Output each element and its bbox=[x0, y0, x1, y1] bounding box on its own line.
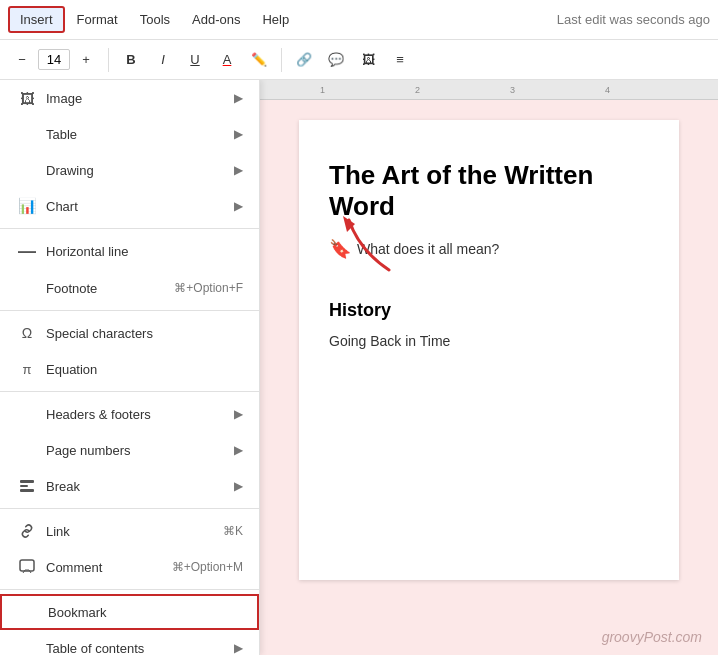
menu-help[interactable]: Help bbox=[252, 8, 299, 31]
menu-item-chart-label: Chart bbox=[46, 199, 226, 214]
menu-item-hline-label: Horizontal line bbox=[46, 244, 243, 259]
divider-3 bbox=[0, 391, 259, 392]
svg-rect-1 bbox=[20, 485, 28, 487]
menu-item-break[interactable]: Break ▶ bbox=[0, 468, 259, 504]
comment-button[interactable]: 💬 bbox=[322, 46, 350, 74]
menu-item-image-label: Image bbox=[46, 91, 226, 106]
menu-item-image[interactable]: 🖼 Image ▶ bbox=[0, 80, 259, 116]
font-size-control: − + bbox=[8, 46, 100, 74]
image-icon: 🖼 bbox=[16, 90, 38, 107]
document-title: The Art of the Written Word bbox=[329, 160, 649, 222]
link-shortcut: ⌘K bbox=[223, 524, 243, 538]
document-heading-history: History bbox=[329, 300, 649, 321]
menu-item-toc-label: Table of contents bbox=[46, 641, 226, 656]
toolbar: − + B I U A ✏️ 🔗 💬 🖼 ≡ bbox=[0, 40, 718, 80]
font-size-increase-button[interactable]: + bbox=[72, 46, 100, 74]
divider-5 bbox=[0, 589, 259, 590]
menu-item-link[interactable]: Link ⌘K bbox=[0, 513, 259, 549]
comment-menu-icon bbox=[16, 559, 38, 575]
menu-item-toc[interactable]: Table of contents ▶ bbox=[0, 630, 259, 655]
menu-bar: Insert Format Tools Add-ons Help Last ed… bbox=[0, 0, 718, 40]
menu-item-pagenums-label: Page numbers bbox=[46, 443, 226, 458]
ruler-mark-3: 3 bbox=[510, 85, 515, 95]
menu-item-special[interactable]: Ω Special characters bbox=[0, 315, 259, 351]
watermark: groovyPost.com bbox=[602, 629, 702, 645]
document-subheading-goingback: Going Back in Time bbox=[329, 333, 649, 349]
font-color-button[interactable]: A bbox=[213, 46, 241, 74]
underline-button[interactable]: U bbox=[181, 46, 209, 74]
svg-rect-3 bbox=[20, 560, 34, 571]
chart-icon: 📊 bbox=[16, 197, 38, 215]
menu-tools[interactable]: Tools bbox=[130, 8, 180, 31]
main-layout: 🖼 Image ▶ Table ▶ Drawing ▶ 📊 Chart ▶ — … bbox=[0, 80, 718, 655]
menu-item-break-label: Break bbox=[46, 479, 226, 494]
submenu-arrow-break: ▶ bbox=[234, 479, 243, 493]
menu-item-hline[interactable]: — Horizontal line bbox=[0, 233, 259, 270]
menu-item-table-label: Table bbox=[46, 127, 226, 142]
svg-rect-0 bbox=[20, 480, 34, 483]
toolbar-separator-1 bbox=[108, 48, 109, 72]
bookmark-line: 🔖 What does it all mean? bbox=[329, 238, 649, 260]
comment-shortcut: ⌘+Option+M bbox=[172, 560, 243, 574]
menu-item-special-label: Special characters bbox=[46, 326, 243, 341]
submenu-arrow-headers: ▶ bbox=[234, 407, 243, 421]
menu-item-comment[interactable]: Comment ⌘+Option+M bbox=[0, 549, 259, 585]
toolbar-separator-2 bbox=[281, 48, 282, 72]
bookmark-text: What does it all mean? bbox=[357, 241, 499, 257]
menu-item-bookmark[interactable]: Bookmark bbox=[0, 594, 259, 630]
menu-item-chart[interactable]: 📊 Chart ▶ bbox=[0, 188, 259, 224]
submenu-arrow-drawing: ▶ bbox=[234, 163, 243, 177]
equation-icon: π bbox=[16, 362, 38, 377]
document-page: The Art of the Written Word 🔖 What does … bbox=[299, 120, 679, 580]
menu-item-footnote-label: Footnote bbox=[46, 281, 174, 296]
menu-item-link-label: Link bbox=[46, 524, 223, 539]
menu-item-bookmark-label: Bookmark bbox=[48, 605, 241, 620]
font-size-input[interactable] bbox=[38, 49, 70, 70]
more-options-button[interactable]: ≡ bbox=[386, 46, 414, 74]
special-chars-icon: Ω bbox=[16, 325, 38, 341]
divider-2 bbox=[0, 310, 259, 311]
svg-rect-2 bbox=[20, 489, 34, 492]
insert-dropdown-menu: 🖼 Image ▶ Table ▶ Drawing ▶ 📊 Chart ▶ — … bbox=[0, 80, 260, 655]
menu-insert[interactable]: Insert bbox=[8, 6, 65, 33]
menu-item-equation-label: Equation bbox=[46, 362, 243, 377]
ruler-mark-4: 4 bbox=[605, 85, 610, 95]
link-menu-icon bbox=[16, 523, 38, 539]
menu-item-comment-label: Comment bbox=[46, 560, 172, 575]
divider-4 bbox=[0, 508, 259, 509]
highlight-button[interactable]: ✏️ bbox=[245, 46, 273, 74]
menu-format[interactable]: Format bbox=[67, 8, 128, 31]
footnote-shortcut: ⌘+Option+F bbox=[174, 281, 243, 295]
italic-button[interactable]: I bbox=[149, 46, 177, 74]
bookmark-indicator-icon: 🔖 bbox=[329, 238, 351, 260]
menu-addons[interactable]: Add-ons bbox=[182, 8, 250, 31]
divider-1 bbox=[0, 228, 259, 229]
menu-item-headers-label: Headers & footers bbox=[46, 407, 226, 422]
document-area: 1 2 3 4 The Art of the Written Word 🔖 Wh… bbox=[260, 80, 718, 655]
link-button[interactable]: 🔗 bbox=[290, 46, 318, 74]
menu-item-table[interactable]: Table ▶ bbox=[0, 116, 259, 152]
submenu-arrow-table: ▶ bbox=[234, 127, 243, 141]
break-icon bbox=[16, 478, 38, 494]
menu-item-pagenums[interactable]: Page numbers ▶ bbox=[0, 432, 259, 468]
hline-icon: — bbox=[16, 241, 38, 262]
font-size-decrease-button[interactable]: − bbox=[8, 46, 36, 74]
menu-item-footnote[interactable]: Footnote ⌘+Option+F bbox=[0, 270, 259, 306]
menu-item-headers[interactable]: Headers & footers ▶ bbox=[0, 396, 259, 432]
menu-item-equation[interactable]: π Equation bbox=[0, 351, 259, 387]
submenu-arrow-toc: ▶ bbox=[234, 641, 243, 655]
submenu-arrow-image: ▶ bbox=[234, 91, 243, 105]
ruler: 1 2 3 4 bbox=[260, 80, 718, 100]
ruler-mark-2: 2 bbox=[415, 85, 420, 95]
bold-button[interactable]: B bbox=[117, 46, 145, 74]
submenu-arrow-pagenums: ▶ bbox=[234, 443, 243, 457]
submenu-arrow-chart: ▶ bbox=[234, 199, 243, 213]
menu-item-drawing[interactable]: Drawing ▶ bbox=[0, 152, 259, 188]
last-edit-status: Last edit was seconds ago bbox=[557, 12, 710, 27]
ruler-mark-1: 1 bbox=[320, 85, 325, 95]
image-insert-button[interactable]: 🖼 bbox=[354, 46, 382, 74]
menu-item-drawing-label: Drawing bbox=[46, 163, 226, 178]
